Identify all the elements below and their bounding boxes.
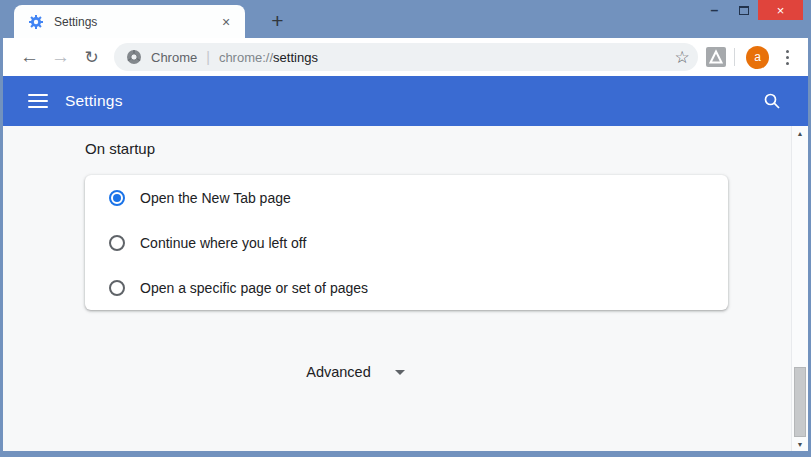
radio-button[interactable] xyxy=(109,190,125,206)
address-bar[interactable]: Chrome | chrome:// settings ☆ xyxy=(114,43,698,71)
radio-label: Open the New Tab page xyxy=(140,190,291,206)
url-path: settings xyxy=(273,50,318,65)
radio-button[interactable] xyxy=(109,280,125,296)
radio-label: Open a specific page or set of pages xyxy=(140,280,368,296)
tab-title: Settings xyxy=(54,15,217,29)
settings-header: Settings xyxy=(3,76,808,126)
advanced-button[interactable]: Advanced xyxy=(3,358,708,386)
scrollbar-down-arrow[interactable]: ▼ xyxy=(792,437,808,451)
new-tab-button[interactable]: + xyxy=(262,7,293,34)
menu-hamburger-icon[interactable] xyxy=(28,94,48,108)
chrome-logo-icon xyxy=(126,49,142,65)
page-title: Settings xyxy=(65,92,123,110)
browser-tab-settings[interactable]: Settings × xyxy=(14,5,245,38)
maximize-icon xyxy=(739,6,749,15)
minimize-button[interactable]: – xyxy=(700,0,729,20)
radio-label: Continue where you left off xyxy=(140,235,306,251)
settings-content: On startup Open the New Tab page Continu… xyxy=(3,126,808,451)
browser-window: Settings × + – × ← → ↻ Chrome | xyxy=(0,0,811,457)
chevron-down-icon xyxy=(395,370,405,375)
navigation-toolbar: ← → ↻ Chrome | chrome:// settings ☆ xyxy=(3,38,808,76)
advanced-label: Advanced xyxy=(306,364,371,380)
toolbar-separator xyxy=(734,48,735,66)
back-button[interactable]: ← xyxy=(14,42,45,73)
tab-strip: Settings × + – × xyxy=(3,0,808,38)
option-open-specific-pages[interactable]: Open a specific page or set of pages xyxy=(85,265,728,310)
option-open-new-tab[interactable]: Open the New Tab page xyxy=(85,175,728,220)
url-scheme: chrome:// xyxy=(219,50,273,65)
omnibox-divider: | xyxy=(206,49,210,65)
settings-gear-icon xyxy=(28,14,44,30)
window-controls: – × xyxy=(700,0,803,20)
on-startup-card: Open the New Tab page Continue where you… xyxy=(85,175,728,310)
radio-button[interactable] xyxy=(109,235,125,251)
scrollbar-thumb[interactable] xyxy=(794,367,806,437)
option-continue-where-left-off[interactable]: Continue where you left off xyxy=(85,220,728,265)
window-frame: Settings × + – × ← → ↻ Chrome | xyxy=(3,0,808,451)
browser-menu-icon[interactable] xyxy=(775,43,799,71)
vertical-scrollbar[interactable]: ▲ ▼ xyxy=(791,126,808,451)
bookmark-star-icon[interactable]: ☆ xyxy=(669,44,695,70)
forward-button[interactable]: → xyxy=(45,42,76,73)
reload-button[interactable]: ↻ xyxy=(76,42,107,73)
site-name: Chrome xyxy=(151,50,197,65)
scrollbar-up-arrow[interactable]: ▲ xyxy=(792,126,808,140)
close-window-button[interactable]: × xyxy=(758,0,803,20)
tab-close-icon[interactable]: × xyxy=(217,13,235,31)
section-heading: On startup xyxy=(85,140,155,157)
search-icon[interactable] xyxy=(763,92,781,110)
profile-avatar[interactable]: a xyxy=(746,46,769,69)
pdf-extension-icon[interactable] xyxy=(703,44,729,70)
maximize-button[interactable] xyxy=(729,0,758,20)
